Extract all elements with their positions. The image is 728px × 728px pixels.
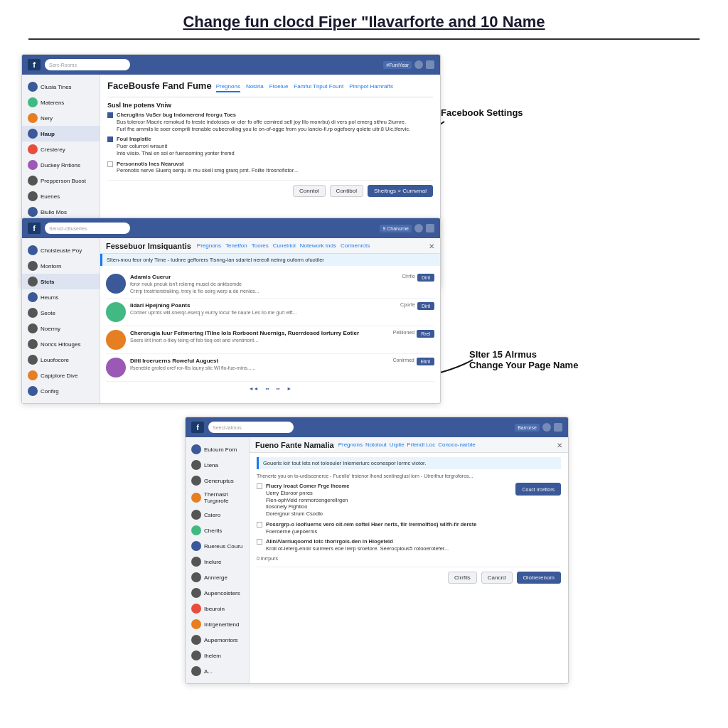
modal-close-3[interactable]: ✕ [557, 441, 562, 449]
ss3-modal-tab-3[interactable]: Urplie [390, 440, 405, 449]
modal-tab-6[interactable]: Cormenrcts [341, 241, 370, 250]
ss3-sidebar-item-5[interactable]: Csiero [186, 507, 249, 523]
search-bar-3[interactable]: Seect-latmos [208, 422, 294, 433]
ss3-sidebar-item-11[interactable]: Ibeuroin [186, 601, 249, 616]
search-bar-2[interactable]: Seruct-cBuserles [45, 223, 130, 234]
nav-icon-gear-3[interactable] [554, 423, 562, 432]
checkbox-2[interactable] [107, 136, 113, 142]
nav-btn-3[interactable]: Barrorse [515, 424, 540, 432]
ss3-sidebar-item-7[interactable]: Ruereus Couru [186, 538, 249, 554]
checkbox-3[interactable] [107, 161, 113, 167]
ss3-modal-tab-5[interactable]: Conoco-narble [438, 440, 475, 449]
ss2-sidebar-item-1[interactable]: Cholsteuste Poy [22, 242, 100, 258]
ss3-btn-1[interactable]: Clrrfils [448, 572, 477, 584]
modal-tab-2[interactable]: Tenetfon [225, 241, 247, 250]
ss3-sidebar-item-14[interactable]: Ihelem [186, 648, 249, 663]
sidebar-item-6[interactable]: Duckey Rntions [22, 157, 100, 173]
nav-icon-gear-2[interactable] [426, 224, 434, 232]
ss2-icon-7 [28, 339, 38, 349]
ss3-text-3: Alinl/Varriuqoornd Iotc thorirgols-den I… [266, 538, 449, 552]
navbar-1: f Serc-Rooms #FuniYear [22, 55, 440, 75]
ss3-sidebar-item-12[interactable]: Intrgenertlend [186, 616, 249, 632]
nav-right-1: #FuniYear [383, 60, 434, 69]
save-btn-1[interactable]: Sheitngs > Cumvmal [368, 185, 433, 197]
ss3-btn-3[interactable]: Olotrerenom [517, 572, 561, 584]
nav-icon-bell-3 [542, 423, 551, 432]
notif-avatar-2 [106, 302, 126, 322]
sidebar-item-4[interactable]: Haup [22, 126, 100, 141]
navbar-2: f Seruct-cBuserles 9 Chanurne [22, 218, 440, 238]
ss2-sidebar-item-9[interactable]: Capiplore Dive [22, 368, 100, 383]
modal-tab-3[interactable]: Toores [252, 241, 269, 250]
header-desc-3: Gouerls loir tout lets not toloouler Inl… [257, 457, 561, 469]
notif-avatar-3 [106, 330, 126, 350]
sidebar-item-1[interactable]: Clusia Tines [22, 79, 100, 95]
ss3-checkbox-1[interactable] [257, 483, 262, 489]
modal-tab-4[interactable]: Cunetriol [273, 241, 296, 250]
settings-text-2: Foul Inspistle Puer colurrori wraunit In… [117, 136, 235, 156]
sidebar-item-7[interactable]: Prepperson Buost [22, 173, 100, 188]
modal-tab-5[interactable]: Notework Inds [300, 241, 336, 250]
tab-pregnons[interactable]: Pregnons [216, 82, 240, 92]
search-bar-1[interactable]: Serc-Rooms [45, 59, 130, 70]
ss2-sidebar-item-8[interactable]: Louofocore [22, 352, 100, 368]
settings-subtitle-1: Susl Ine potens Vniw [107, 102, 433, 109]
ss3-sidebar-item-10[interactable]: Aupencolsters [186, 585, 249, 601]
sidebar-item-2[interactable]: Materens [22, 95, 100, 110]
ss3-sidebar-item-15[interactable]: A... [186, 663, 249, 679]
notif-actions-4: Conlrmed Eliril [392, 358, 434, 365]
notif-btn-1[interactable]: Diril [417, 274, 434, 282]
ss3-sidebar-item-13[interactable]: Aupemontors [186, 632, 249, 648]
ss3-checkbox-2[interactable] [257, 522, 262, 528]
nav-icon-gear[interactable] [426, 60, 434, 69]
modal-tab-1[interactable]: Pregnons [197, 241, 221, 250]
ss3-sidebar-item-3[interactable]: Generuptus [186, 473, 249, 488]
cancel-btn-1[interactable]: Conntol [293, 185, 326, 197]
notif-btn-3[interactable]: Rrel [417, 330, 434, 338]
sidebar-item-3[interactable]: Nery [22, 110, 100, 126]
notif-btn-4[interactable]: Eliril [417, 358, 434, 365]
pagination-next[interactable]: •• [276, 386, 279, 391]
ss3-sidebar-item-2[interactable]: Ltena [186, 457, 249, 473]
ss2-icon-1 [28, 245, 38, 255]
sidebar-item-5[interactable]: Cresterey [22, 141, 100, 157]
annotation-1: Facebook Settings [441, 107, 523, 118]
ss3-modal-tab-1[interactable]: Pregnons [338, 440, 363, 449]
modal-close-2[interactable]: ✕ [429, 242, 434, 250]
filter-bar: Slten-mou feor only Time - Iudnre geffor… [100, 254, 440, 266]
ss2-sidebar-item-5[interactable]: Seote [22, 305, 100, 321]
nav-btn-1[interactable]: #FuniYear [383, 61, 412, 69]
ss3-sidebar-item-8[interactable]: Inelure [186, 554, 249, 569]
ss2-sidebar-item-2[interactable]: Montorn [22, 258, 100, 274]
ss2-sidebar-item-10[interactable]: Conflrg [22, 383, 100, 399]
ss3-option-1: Fluery Iroact Comer Frge Iheome Uerry Et… [257, 483, 561, 518]
ss3-modal-tab-2[interactable]: Notolout [365, 440, 387, 449]
ss2-sidebar-item-7[interactable]: Norics Hifouges [22, 336, 100, 352]
ss3-sidebar-item-6[interactable]: Chertls [186, 523, 249, 538]
ss3-btn-2[interactable]: Cancrd [481, 572, 513, 584]
notif-btn-2[interactable]: Diril [417, 302, 434, 310]
settings-text-3: Personnotis Ines Nearuvst Peronotis nerv… [117, 161, 298, 175]
ss3-icon-10 [191, 588, 201, 598]
tab-nosiria[interactable]: Nosiria [246, 82, 264, 92]
tab-famful[interactable]: Famful Tnput Fount [294, 82, 343, 92]
ss2-sidebar-item-6[interactable]: Noermy [22, 321, 100, 336]
ss3-option-btn-1[interactable]: Couct Ircettors [515, 483, 561, 496]
ss2-icon-3 [28, 277, 38, 287]
pagination-prev[interactable]: ◄◄ [249, 386, 259, 391]
sidebar-item-8[interactable]: Euenes [22, 188, 100, 204]
ss3-checkbox-3[interactable] [257, 539, 262, 545]
ss3-sidebar-item-9[interactable]: Annrerge [186, 569, 249, 585]
tab-pinnpot[interactable]: Pinnpot Hamrafts [349, 82, 393, 92]
tab-ftoelue[interactable]: Ftoelue [269, 82, 289, 92]
settings-option-3: Personnotis Ines Nearuvst Peronotis nerv… [107, 161, 433, 175]
ss2-sidebar-item-4[interactable]: Heums [22, 289, 100, 305]
checkbox-1[interactable] [107, 112, 113, 118]
confirm-btn-1[interactable]: Contibol [330, 185, 363, 197]
ss3-modal-tab-4[interactable]: Frlendl Loc [407, 440, 436, 449]
ss2-sidebar-item-3[interactable]: Stcts [22, 274, 100, 289]
ss3-sidebar-item-4[interactable]: Thernasrl Turgnrofe [186, 488, 249, 507]
pagination-end[interactable]: ► [287, 386, 291, 391]
notif-avatar-4 [106, 358, 126, 378]
ss3-sidebar-item-1[interactable]: Eulourn Forn [186, 441, 249, 457]
